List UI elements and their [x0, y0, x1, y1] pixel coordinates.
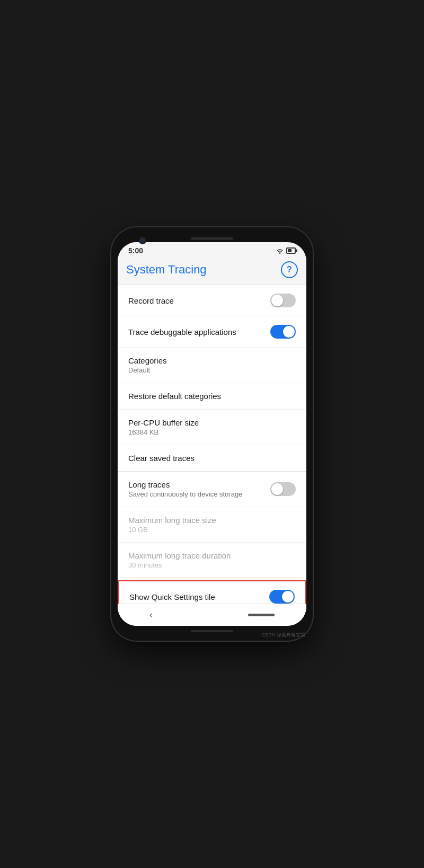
help-button[interactable]: ? [281, 261, 298, 278]
setting-clear-saved-traces[interactable]: Clear saved traces [118, 445, 306, 471]
phone-bottom-speaker [191, 630, 233, 632]
setting-trace-debuggable-label: Trace debuggable applications [128, 327, 270, 336]
setting-restore-default-categories[interactable]: Restore default categories [118, 383, 306, 410]
nav-bar: ‹ [118, 604, 306, 626]
status-time: 5:00 [128, 246, 143, 255]
setting-max-trace-duration-text: Maximum long trace duration 30 minutes [128, 551, 296, 569]
toggle-long-traces[interactable] [270, 482, 296, 496]
section-1: Record trace Trace debuggable applicatio… [118, 285, 306, 471]
setting-quick-tile-label: Show Quick Settings tile [129, 592, 269, 601]
settings-content: Record trace Trace debuggable applicatio… [118, 285, 306, 604]
toggle-long-traces-knob [271, 483, 283, 495]
setting-quick-tile-text: Show Quick Settings tile [129, 592, 269, 601]
setting-long-traces-label: Long traces [128, 480, 270, 489]
toggle-quick-tile-knob [282, 591, 294, 603]
section-3: Show Quick Settings tile [118, 580, 306, 604]
setting-max-trace-size: Maximum long trace size 10 GB [118, 507, 306, 543]
setting-show-quick-settings-tile[interactable]: Show Quick Settings tile [118, 580, 306, 604]
setting-per-cpu-buffer-text: Per-CPU buffer size 16384 KB [128, 418, 296, 436]
section-2: Long traces Saved continuously to device… [118, 472, 306, 578]
setting-categories-label: Categories [128, 356, 296, 365]
setting-restore-categories-label: Restore default categories [128, 392, 296, 401]
home-indicator[interactable] [248, 614, 275, 616]
toggle-trace-debuggable-knob [283, 326, 295, 338]
app-title: System Tracing [126, 263, 207, 277]
setting-categories[interactable]: Categories Default [118, 348, 306, 383]
setting-max-trace-size-sub: 10 GB [128, 526, 296, 534]
status-bar: 5:00 [118, 242, 306, 257]
setting-clear-traces-text: Clear saved traces [128, 454, 296, 463]
setting-trace-debuggable[interactable]: Trace debuggable applications [118, 316, 306, 348]
setting-record-trace-text: Record trace [128, 296, 270, 305]
setting-record-trace[interactable]: Record trace [118, 285, 306, 316]
toggle-quick-tile[interactable] [269, 590, 295, 604]
setting-max-trace-size-label: Maximum long trace size [128, 516, 296, 525]
phone-speaker [191, 237, 233, 240]
toggle-trace-debuggable[interactable] [270, 325, 296, 339]
setting-per-cpu-buffer-label: Per-CPU buffer size [128, 418, 296, 427]
setting-long-traces[interactable]: Long traces Saved continuously to device… [118, 472, 306, 507]
setting-record-trace-label: Record trace [128, 296, 270, 305]
setting-max-trace-duration-sub: 30 minutes [128, 561, 296, 569]
setting-max-trace-size-text: Maximum long trace size 10 GB [128, 516, 296, 534]
setting-restore-categories-text: Restore default categories [128, 392, 296, 401]
app-bar: System Tracing ? [118, 257, 306, 285]
setting-trace-debuggable-text: Trace debuggable applications [128, 327, 270, 336]
phone-camera [139, 237, 146, 244]
phone-screen: 5:00 System Tracing ? [118, 242, 306, 626]
setting-per-cpu-buffer[interactable]: Per-CPU buffer size 16384 KB [118, 410, 306, 445]
toggle-record-trace-knob [271, 295, 283, 306]
setting-categories-text: Categories Default [128, 356, 296, 374]
divider-2 [118, 578, 306, 578]
phone-device: 5:00 System Tracing ? [111, 227, 313, 641]
setting-categories-sub: Default [128, 366, 296, 374]
setting-per-cpu-buffer-sub: 16384 KB [128, 428, 296, 436]
back-button[interactable]: ‹ [149, 609, 153, 621]
toggle-record-trace[interactable] [270, 294, 296, 307]
wifi-icon [276, 247, 284, 254]
watermark: CSDN @孤丹篝笠翁 [262, 632, 305, 639]
svg-point-0 [279, 252, 281, 254]
status-icons [276, 247, 296, 254]
setting-clear-traces-label: Clear saved traces [128, 454, 296, 463]
battery-icon [286, 247, 296, 254]
setting-long-traces-sub: Saved continuously to device storage [128, 490, 270, 498]
setting-max-trace-duration: Maximum long trace duration 30 minutes [118, 543, 306, 578]
setting-max-trace-duration-label: Maximum long trace duration [128, 551, 296, 560]
setting-long-traces-text: Long traces Saved continuously to device… [128, 480, 270, 498]
